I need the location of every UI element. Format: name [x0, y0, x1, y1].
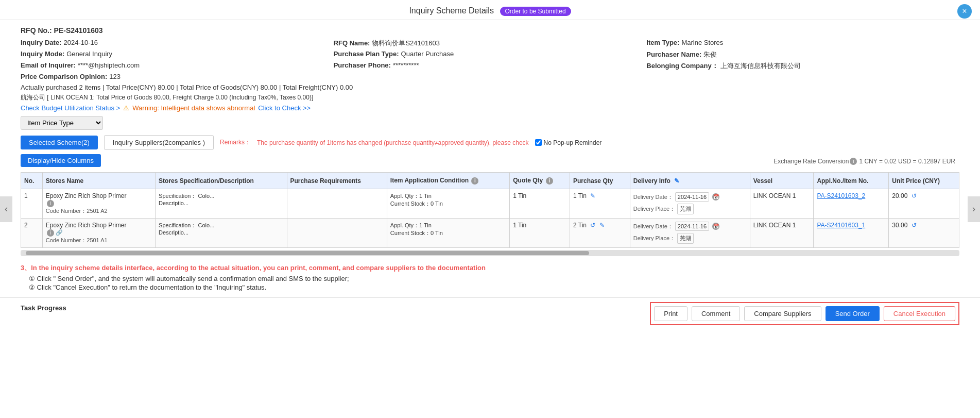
stores-name-link-icon-2[interactable]: 🔗: [56, 229, 63, 236]
purchase-qty-edit-icon-1[interactable]: ✎: [590, 192, 595, 199]
cell-vessel-1: LINK OCEAN 1: [750, 189, 814, 219]
delivery-date-icon-2[interactable]: 📅: [712, 223, 719, 230]
compare-suppliers-button[interactable]: Compare Suppliers: [744, 306, 821, 321]
cell-purchase-req-1: [287, 189, 387, 219]
main-container: Inquiry Scheme Details Order to be Submi…: [0, 0, 980, 418]
item-application-info-icon[interactable]: i: [471, 177, 478, 185]
purchaser-phone-value: **********: [393, 61, 419, 69]
specification-1: Specification： Colo...Descriptio...: [159, 192, 283, 206]
inquiry-date-label: Inquiry Date:: [21, 39, 61, 46]
appl-no-link-2[interactable]: PA-S24101603_1: [817, 222, 865, 229]
item-type-row: Item Type: Marine Stores: [646, 39, 959, 48]
cell-purchase-req-2: [287, 219, 387, 248]
horizontal-scrollbar[interactable]: [21, 250, 959, 256]
cell-item-application-2: Appl. Qty：1 Tin Current Stock：0 Tin: [387, 219, 509, 248]
purchase-qty-value-1: 1 Tin: [573, 192, 587, 199]
purchaser-phone-row: Purchaser Phone: **********: [334, 61, 647, 71]
display-hide-columns-button[interactable]: Display/Hide Columns: [21, 154, 101, 167]
cell-quote-qty-2: 1 Tin: [510, 219, 570, 248]
cell-purchase-qty-2: 2 Tin ↺ ✎: [570, 219, 630, 248]
exchange-rate-info-icon[interactable]: i: [850, 158, 857, 165]
purchaser-phone-label: Purchaser Phone:: [334, 61, 391, 69]
inquiry-mode-label: Inquiry Mode:: [21, 50, 64, 58]
selected-scheme-tab[interactable]: Selected Scheme(2): [21, 136, 98, 149]
rfq-no-value: PE-S24101603: [54, 26, 103, 35]
col-purchase-qty: Purchase Qty: [570, 173, 630, 189]
header: Inquiry Scheme Details Order to be Submi…: [0, 0, 980, 20]
delivery-place-value-2: 芜湖: [677, 233, 694, 244]
exchange-rate-value: 1 CNY = 0.02 USD = 0.12897 EUR: [859, 158, 955, 165]
cell-delivery-info-2: Delivery Date： 2024-11-16 📅 Delivery Pla…: [630, 219, 750, 248]
rfq-no: RFQ No.: PE-S24101603: [21, 26, 959, 35]
delivery-place-row-1: Delivery Place： 芜湖: [633, 204, 747, 214]
summary-row: Actually purchased 2 items | Total Price…: [21, 83, 959, 91]
comment-button[interactable]: Comment: [692, 306, 740, 321]
stores-name-2: Epoxy Zinc Rich Shop Primer: [46, 222, 152, 229]
email-value: ****@hjshiptech.com: [78, 61, 140, 69]
footer-buttons-box: Print Comment Compare Suppliers Send Ord…: [650, 302, 959, 325]
purchase-qty-reset-icon-2[interactable]: ↺: [590, 222, 595, 229]
email-label: Email of Inquirer:: [21, 61, 76, 69]
warning-row: Check Budget Utilization Status > ⚠ Warn…: [21, 104, 959, 112]
specification-2: Specification： Colo...Descriptio...: [159, 222, 283, 236]
belonging-company-row: Belonging Company： 上海互海信息科技有限公司: [646, 61, 959, 71]
code-number-2: Code Number：2501 A1: [46, 237, 152, 244]
inquiry-suppliers-tab[interactable]: Inquiry Suppliers(2companies ): [104, 135, 214, 150]
cell-no-1: 1: [21, 189, 43, 219]
dropdown-row: Item Price Type: [21, 116, 959, 130]
instruction-area: 3、In the inquiry scheme details interfac…: [0, 258, 980, 297]
no-popup-reminder-checkbox[interactable]: [535, 139, 542, 146]
inquiry-date-row: Inquiry Date: 2024-10-16: [21, 39, 334, 48]
unit-price-reset-icon-1[interactable]: ↺: [912, 192, 917, 199]
col-specification: Stores Specification/Description: [156, 173, 287, 189]
col-appl-no: Appl.No./Item No.: [814, 173, 889, 189]
purchaser-name-value: 朱俊: [703, 50, 717, 59]
cell-quote-qty-1: 1 Tin: [510, 189, 570, 219]
quote-qty-info-icon[interactable]: i: [546, 177, 553, 185]
delivery-date-icon-1[interactable]: 📅: [712, 193, 719, 200]
cell-specification-2: Specification： Colo...Descriptio...: [156, 219, 287, 248]
delivery-date-value-1: 2024-11-16: [675, 192, 709, 202]
col-vessel: Vessel: [750, 173, 814, 189]
item-price-type-select[interactable]: Item Price Type: [21, 116, 103, 130]
item-type-label: Item Type:: [646, 39, 679, 46]
print-button[interactable]: Print: [654, 306, 687, 321]
delivery-date-row-2: Delivery Date： 2024-11-16 📅: [633, 222, 747, 231]
appl-no-link-1[interactable]: PA-S24101603_2: [817, 192, 865, 199]
col-stores-name: Stores Name: [42, 173, 155, 189]
delivery-place-value-1: 芜湖: [677, 204, 694, 214]
item-type-value: Marine Stores: [681, 39, 723, 46]
close-button[interactable]: ×: [957, 4, 972, 19]
cell-unit-price-1: 20.00 ↺: [889, 189, 959, 219]
delivery-date-value-2: 2024-11-16: [675, 222, 709, 231]
warning-icon: ⚠: [123, 104, 129, 112]
stores-name-info-icon-2[interactable]: i: [47, 229, 54, 237]
inquiry-date-value: 2024-10-16: [63, 39, 98, 46]
no-popup-reminder-text: No Pop-up Reminder: [544, 139, 602, 146]
unit-price-reset-icon-2[interactable]: ↺: [912, 222, 917, 229]
send-order-button[interactable]: Send Order: [826, 306, 880, 321]
check-budget-link[interactable]: Check Budget Utilization Status >: [21, 104, 120, 112]
current-stock-1: Current Stock：0 Tin: [390, 200, 506, 208]
table-row: 1 Epoxy Zinc Rich Shop Primer i Code Num…: [21, 189, 959, 219]
price-comparison-label: Price Comparison Opinion:: [21, 73, 107, 80]
purchaser-name-label: Purchaser Name:: [646, 51, 701, 58]
stores-name-info-icon-1[interactable]: i: [47, 200, 54, 207]
delivery-info-edit-icon[interactable]: ✎: [674, 177, 679, 185]
appl-qty-1: Appl. Qty：1 Tin: [390, 192, 506, 200]
price-comparison-row: Price Comparison Opinion: 123: [21, 73, 334, 80]
rfq-name-row: RFQ Name: 物料询价单S24101603: [334, 39, 647, 48]
nav-arrow-right[interactable]: ›: [968, 196, 980, 222]
purchase-qty-edit-icon-2[interactable]: ✎: [599, 222, 605, 229]
cell-stores-name-1: Epoxy Zinc Rich Shop Primer i Code Numbe…: [42, 189, 155, 219]
table-row: 2 Epoxy Zinc Rich Shop Primer i 🔗 Code N…: [21, 219, 959, 248]
delivery-place-row-2: Delivery Place： 芜湖: [633, 233, 747, 244]
click-check-link[interactable]: Click to Check >>: [258, 104, 311, 112]
cell-vessel-2: LINK OCEAN 1: [750, 219, 814, 248]
email-row: Email of Inquirer: ****@hjshiptech.com: [21, 61, 334, 71]
cancel-execution-button[interactable]: Cancel Execution: [884, 306, 955, 321]
unit-price-value-1: 20.00: [892, 192, 907, 199]
cell-no-2: 2: [21, 219, 43, 248]
stores-name-1: Epoxy Zinc Rich Shop Primer: [46, 192, 152, 199]
nav-arrow-left[interactable]: ‹: [0, 196, 12, 222]
